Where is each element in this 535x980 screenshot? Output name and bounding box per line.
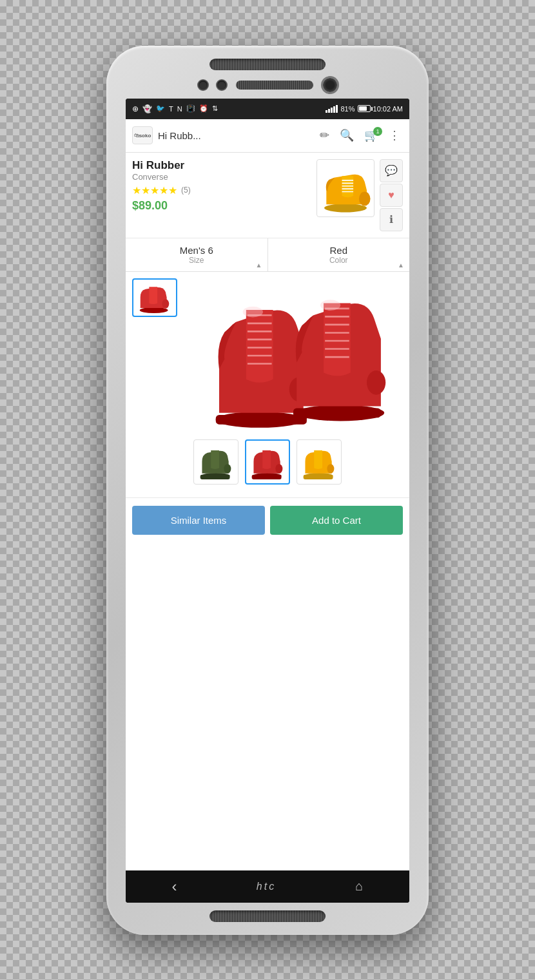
- svg-rect-34: [200, 475, 230, 479]
- star-icons: ★★★★★: [132, 184, 177, 197]
- comment-button[interactable]: 💬: [380, 159, 403, 182]
- similar-items-button[interactable]: Similar Items: [132, 506, 265, 535]
- add-to-cart-button[interactable]: Add to Cart: [270, 506, 403, 535]
- battery-fill: [359, 106, 367, 111]
- screen: ⊕ 👻 🐦 T N 📳 ⏰ ⇅ 81%: [126, 99, 409, 903]
- svg-point-0: [324, 204, 367, 212]
- svg-point-33: [224, 464, 231, 474]
- app-content: 🛍 soko Hi Rubb... ✏ 🔍 🛒 1 ⋮ Hi Rubber Co…: [126, 119, 409, 870]
- speaker-bottom: [209, 910, 326, 922]
- info-icon: ℹ: [389, 213, 393, 226]
- olive-shoe-image: [197, 444, 235, 479]
- bottom-nav: ‹ htc ⌂: [126, 870, 409, 903]
- product-section: Hi Rubber Converse ★★★★★ (5) $89.00: [126, 153, 409, 238]
- size-label: Size: [132, 256, 261, 265]
- thumbnail-strip: [132, 278, 177, 433]
- svg-rect-40: [304, 475, 333, 479]
- star-rating: ★★★★★ (5): [132, 184, 316, 197]
- color-value: Red: [275, 245, 404, 256]
- signal-bars: [326, 105, 338, 113]
- svg-point-31: [320, 300, 340, 311]
- comment-icon: 💬: [385, 164, 398, 177]
- signal-bar-4: [333, 106, 335, 113]
- battery-icon: [358, 105, 371, 112]
- status-icons-left: ⊕ 👻 🐦 T N 📳 ⏰ ⇅: [132, 104, 218, 113]
- red-shoe-image: [248, 444, 287, 479]
- svg-point-9: [162, 299, 169, 309]
- review-count: (5): [181, 186, 191, 195]
- speaker-top: [209, 59, 326, 70]
- product-name: Hi Rubber: [132, 159, 316, 172]
- yellow-shoe-image: [300, 444, 338, 479]
- heart-icon: ♥: [388, 189, 394, 201]
- vibrate-icon: 📳: [186, 104, 195, 113]
- product-info: Hi Rubber Converse ★★★★★ (5) $89.00: [132, 159, 316, 231]
- signal-bar-3: [331, 108, 333, 113]
- htc-logo: htc: [257, 881, 276, 892]
- speaker-grille: [236, 81, 313, 90]
- color-label: Color: [275, 256, 404, 265]
- ghost-icon: 👻: [142, 104, 152, 113]
- phone-frame: ⊕ 👻 🐦 T N 📳 ⏰ ⇅ 81%: [106, 46, 429, 935]
- svg-rect-23: [293, 408, 381, 418]
- svg-point-39: [327, 464, 334, 474]
- svg-point-2: [359, 191, 371, 206]
- size-arrow-icon: ▲: [256, 262, 262, 269]
- search-icon[interactable]: 🔍: [337, 126, 356, 145]
- svg-point-36: [275, 464, 282, 474]
- svg-point-8: [140, 307, 168, 313]
- color-thumb-yellow[interactable]: [297, 439, 342, 485]
- svg-rect-12: [216, 415, 307, 425]
- color-variants: [132, 433, 403, 491]
- thumbnail-shoe-image: [317, 160, 374, 216]
- cart-badge: 1: [373, 127, 382, 136]
- edit-icon[interactable]: ✏: [317, 126, 332, 145]
- dot-sensor: [199, 81, 208, 90]
- alarm-icon: ⏰: [199, 104, 208, 113]
- gallery-section: [126, 272, 409, 497]
- back-button[interactable]: ‹: [159, 872, 190, 901]
- product-brand: Converse: [132, 172, 316, 182]
- favorite-button[interactable]: ♥: [380, 184, 403, 207]
- color-thumb-red[interactable]: [245, 439, 290, 485]
- signal-bar-5: [336, 105, 338, 113]
- main-product-image: [184, 278, 403, 433]
- home-button[interactable]: ⌂: [342, 874, 376, 899]
- svg-point-20: [243, 306, 263, 317]
- svg-rect-37: [252, 475, 282, 479]
- size-value: Men's 6: [132, 245, 261, 256]
- camera-area: [199, 78, 337, 92]
- sync-icon: ⇅: [212, 104, 218, 113]
- signal-bar-1: [326, 110, 327, 113]
- svg-point-22: [367, 370, 385, 395]
- signal-bar-2: [328, 109, 330, 113]
- main-shoe-svg: [193, 282, 393, 430]
- app-logo: 🛍 soko: [132, 126, 153, 144]
- info-button[interactable]: ℹ: [380, 208, 403, 231]
- color-thumb-olive[interactable]: [193, 439, 238, 485]
- nav-icon: ⊕: [132, 104, 139, 113]
- nav-title: Hi Rubb...: [158, 130, 312, 141]
- selector-row: Men's 6 Size ▲ Red Color ▲: [126, 238, 409, 272]
- nfc-icon: N: [177, 105, 182, 113]
- time-display: 10:02 AM: [373, 105, 403, 113]
- twitter-icon: 🐦: [156, 104, 165, 113]
- cart-icon-wrap[interactable]: 🛒 1: [362, 128, 381, 142]
- thumb-red[interactable]: [132, 278, 177, 317]
- nav-bar: 🛍 soko Hi Rubb... ✏ 🔍 🛒 1 ⋮: [126, 119, 409, 153]
- color-selector[interactable]: Red Color ▲: [268, 238, 410, 271]
- color-arrow-icon: ▲: [398, 262, 404, 269]
- status-icons-right: 81% 10:02 AM: [326, 105, 403, 113]
- gallery-layout: [132, 278, 403, 433]
- product-price: $89.00: [132, 199, 316, 213]
- bottom-buttons: Similar Items Add to Cart: [126, 497, 409, 543]
- side-actions: 💬 ♥ ℹ: [380, 159, 403, 231]
- battery-percent: 81%: [340, 105, 355, 113]
- size-selector[interactable]: Men's 6 Size ▲: [126, 238, 268, 271]
- dot-sensor2: [217, 81, 226, 90]
- text-icon: T: [169, 105, 173, 113]
- product-thumbnail[interactable]: [316, 159, 374, 217]
- thumb-red-image: [135, 282, 174, 314]
- front-camera: [323, 78, 337, 92]
- menu-icon[interactable]: ⋮: [386, 126, 403, 145]
